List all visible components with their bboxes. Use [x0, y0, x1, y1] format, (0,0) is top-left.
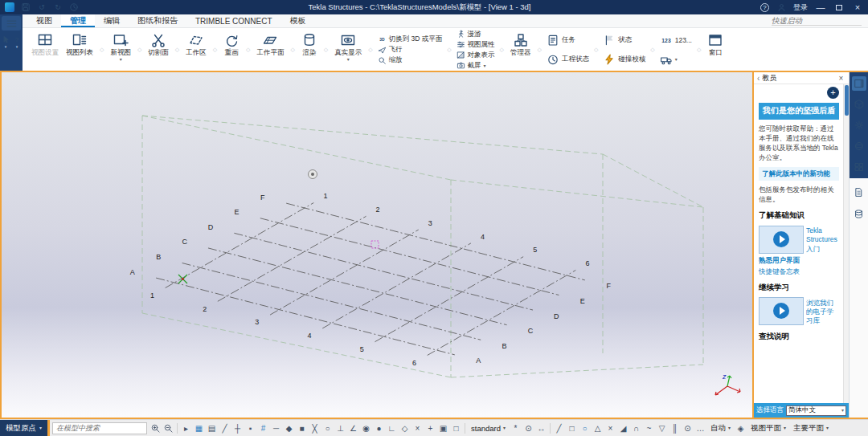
more-icon[interactable]: …	[694, 422, 706, 434]
main-menu-button[interactable]	[2, 16, 21, 31]
model-cube-button[interactable]	[852, 97, 866, 112]
poly-tool-icon[interactable]: ▽	[656, 422, 668, 434]
pointer-tool-button[interactable]: ▾	[2, 35, 10, 49]
snap-perpendicular-icon[interactable]: ⊥	[334, 422, 346, 434]
zoom-out-icon[interactable]	[162, 422, 174, 434]
curve-tool-icon[interactable]: ~	[643, 422, 655, 434]
snap-center-icon[interactable]: ○	[321, 422, 334, 434]
scrollbar-thumb[interactable]	[845, 85, 849, 116]
chevron-left-icon[interactable]: ‹	[757, 74, 760, 83]
save-button[interactable]	[21, 2, 31, 12]
ribbon-button[interactable]: 切割面	[145, 30, 172, 57]
video-thumbnail[interactable]	[759, 226, 804, 254]
panel-close-icon[interactable]: ×	[837, 74, 845, 83]
relative-coords-icon[interactable]: ◇	[399, 422, 411, 434]
ribbon-button[interactable]: 工作区	[182, 30, 210, 57]
sphere-button[interactable]	[852, 139, 866, 153]
video-caption-link[interactable]: 浏览我们的电子学习库	[806, 299, 839, 325]
help-circle-icon[interactable]: ?	[760, 3, 769, 12]
auto-select[interactable]: 自动▾	[707, 423, 734, 434]
history-button[interactable]	[69, 2, 79, 12]
plane-lock-icon[interactable]: □	[450, 422, 462, 434]
redo-button[interactable]: ↻	[53, 2, 63, 12]
snap-end-icon[interactable]: ■	[296, 422, 308, 434]
gear-button[interactable]	[852, 118, 866, 132]
snap-grid-icon[interactable]: #	[257, 422, 269, 434]
ribbon-tab[interactable]: 图纸和报告	[129, 14, 186, 27]
ribbon-tab[interactable]: 视图	[27, 14, 61, 27]
ribbon-tab[interactable]: TRIMBLE CONNECT	[186, 14, 281, 27]
language-select[interactable]: 简体中文 ▾	[786, 405, 846, 416]
ribbon-button[interactable]: 工程状态	[545, 51, 591, 69]
model-origin-select[interactable]: 模型原点 ▾	[0, 420, 47, 436]
snap-midpoint-icon[interactable]: ◆	[283, 422, 295, 434]
swap-icon[interactable]: ↔	[535, 422, 547, 434]
minimize-button[interactable]: —	[815, 2, 826, 12]
selection-marker[interactable]	[371, 241, 379, 248]
side-panel-button[interactable]	[852, 76, 866, 91]
lock-y-icon[interactable]: +	[424, 422, 436, 434]
login-button[interactable]: 登录	[793, 2, 808, 13]
panel-link[interactable]: 熟悉用户界面	[759, 256, 839, 265]
video-caption-link[interactable]: Tekla Structures 入门	[806, 226, 839, 253]
select-pointer-icon[interactable]: ▸	[180, 422, 192, 434]
close-button[interactable]: ×	[852, 2, 863, 12]
select-parts-icon[interactable]: ▤	[206, 422, 218, 434]
triangle-tool-icon[interactable]: △	[592, 422, 604, 434]
arc-tool-icon[interactable]: ∩	[630, 422, 642, 434]
depth-icon[interactable]: ▣	[437, 422, 449, 434]
ribbon-button[interactable]: 截屏▾	[455, 61, 488, 71]
snap-nearest-icon[interactable]: ◉	[360, 422, 372, 434]
ribbon-button[interactable]: 对象表示	[455, 51, 497, 60]
undo-button[interactable]: ↺	[37, 2, 47, 12]
doc-button[interactable]	[852, 185, 866, 199]
snap-free-icon[interactable]: ●	[373, 422, 385, 434]
circle-tool-icon[interactable]: ○	[579, 422, 591, 434]
point-tool-icon[interactable]: ⊙	[682, 422, 694, 434]
ribbon-button[interactable]: 视图设置	[28, 30, 62, 57]
add-button[interactable]: +	[827, 87, 839, 99]
ribbon-button[interactable]: 碰撞校核	[601, 51, 647, 69]
ortho-icon[interactable]: ∟	[386, 422, 398, 434]
panel-scrollbar[interactable]	[843, 84, 849, 403]
ribbon-button[interactable]: 工作平面	[253, 30, 287, 57]
ribbon-button[interactable]: 视图属性	[455, 40, 497, 50]
ribbon-button[interactable]: ▾	[658, 51, 679, 69]
snap-reference-icon[interactable]: ┼	[231, 422, 244, 434]
ribbon-button[interactable]: 123123...	[658, 31, 694, 50]
ribbon-button[interactable]: 任务	[545, 31, 577, 50]
snap-line-icon[interactable]: ─	[270, 422, 282, 434]
viewport-canvas[interactable]: 112233445566AABBCCDDEEFFz	[2, 72, 752, 418]
ribbon-button[interactable]: 漫游	[455, 30, 483, 39]
help-button[interactable]: ?▾	[13, 35, 22, 49]
ribbon-button[interactable]: 飞行	[376, 45, 404, 55]
ribbon-button[interactable]: 真实显示▾	[331, 30, 365, 63]
refresh-icon[interactable]: *	[510, 422, 522, 434]
plane-mode-icon[interactable]: ◈	[735, 422, 747, 434]
ribbon-button[interactable]: 状态	[601, 31, 633, 50]
ribbon-button[interactable]: 新视图▾	[107, 30, 134, 63]
ribbon-button[interactable]: 视图列表	[63, 30, 96, 57]
draw-icon[interactable]: ╱	[219, 422, 231, 434]
line-tool-icon[interactable]: ╱	[553, 422, 565, 434]
ribbon-button[interactable]: 3D切换到 3D 或平面	[376, 35, 444, 44]
target-icon[interactable]: ⊙	[522, 422, 534, 434]
axis-tool-icon[interactable]: ║	[669, 422, 681, 434]
ribbon-tab[interactable]: 编辑	[95, 14, 129, 27]
model-search-input[interactable]	[52, 422, 147, 434]
3d-viewport[interactable]: 112233445566AABBCCDDEEFFz	[0, 72, 754, 418]
database-button[interactable]	[852, 206, 866, 221]
snap-intersection-icon[interactable]: ╳	[309, 422, 321, 434]
new-features-link[interactable]: 了解此版本中的新功能	[759, 167, 839, 181]
ribbon-tab[interactable]: 模板	[281, 14, 315, 27]
ribbon-button[interactable]: 缩放	[376, 55, 404, 65]
ribbon-button[interactable]: 窗口	[704, 30, 727, 57]
cross-tool-icon[interactable]: ×	[604, 422, 616, 434]
selection-filter-select[interactable]: standard▾	[468, 424, 509, 433]
quick-launch-input[interactable]	[772, 16, 862, 26]
zoom-in-icon[interactable]	[149, 422, 162, 434]
rect-tool-icon[interactable]: □	[566, 422, 578, 434]
maximize-button[interactable]	[833, 2, 845, 12]
person-icon[interactable]	[776, 2, 786, 12]
ribbon-button[interactable]: 重画	[220, 30, 243, 57]
